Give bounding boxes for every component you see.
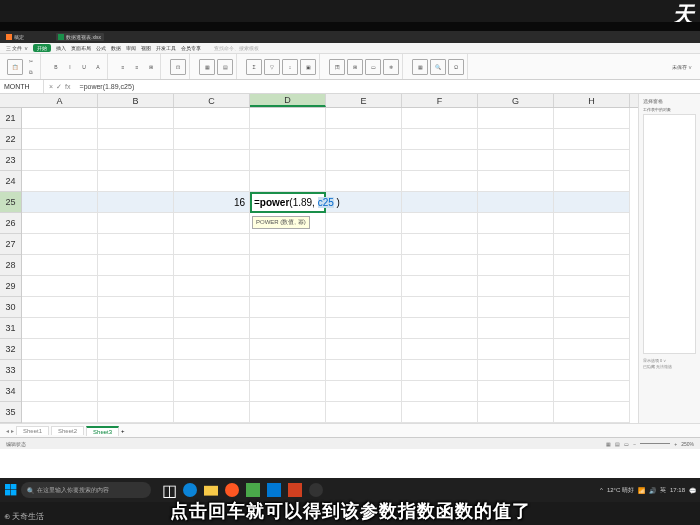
cell-C27[interactable]: [174, 234, 250, 255]
cond-format-icon[interactable]: ▦: [199, 59, 215, 75]
cell-E26[interactable]: [326, 213, 402, 234]
cell-B23[interactable]: [98, 150, 174, 171]
row-header-27[interactable]: 27: [0, 234, 21, 255]
sheet-tab-2[interactable]: Sheet2: [51, 426, 84, 435]
cell-G27[interactable]: [478, 234, 554, 255]
bold-icon[interactable]: B: [50, 61, 62, 73]
row-header-22[interactable]: 22: [0, 129, 21, 150]
cell-H21[interactable]: [554, 108, 630, 129]
cell-H25[interactable]: [554, 192, 630, 213]
cell-E35[interactable]: [326, 402, 402, 423]
cell-C24[interactable]: [174, 171, 250, 192]
cell-E23[interactable]: [326, 150, 402, 171]
side-panel-list[interactable]: [643, 114, 696, 354]
cell-F21[interactable]: [402, 108, 478, 129]
formula-input[interactable]: =power(1.89,c25): [76, 83, 700, 90]
sheet-icon[interactable]: ▭: [365, 59, 381, 75]
cancel-formula-icon[interactable]: ×: [49, 83, 53, 90]
cell-F30[interactable]: [402, 297, 478, 318]
cell-D31[interactable]: [250, 318, 326, 339]
cell-A33[interactable]: [22, 360, 98, 381]
row-header-24[interactable]: 24: [0, 171, 21, 192]
cell-F32[interactable]: [402, 339, 478, 360]
menu-dev[interactable]: 开发工具: [156, 45, 176, 51]
row-header-21[interactable]: 21: [0, 108, 21, 129]
cell-G34[interactable]: [478, 381, 554, 402]
select-all-corner[interactable]: [0, 94, 22, 108]
underline-icon[interactable]: U: [78, 61, 90, 73]
filter-icon[interactable]: ▽: [264, 59, 280, 75]
row-header-25[interactable]: 25: [0, 192, 21, 213]
notification-icon[interactable]: 💬: [689, 487, 696, 494]
cell-A34[interactable]: [22, 381, 98, 402]
cell-F24[interactable]: [402, 171, 478, 192]
format-icon[interactable]: ⊡: [170, 59, 186, 75]
cell-D23[interactable]: [250, 150, 326, 171]
merge-icon[interactable]: ⊞: [145, 61, 157, 73]
cell-G28[interactable]: [478, 255, 554, 276]
cell-H34[interactable]: [554, 381, 630, 402]
cell-D29[interactable]: [250, 276, 326, 297]
menu-layout[interactable]: 页面布局: [71, 45, 91, 51]
view-layout-icon[interactable]: ▤: [615, 441, 620, 447]
cell-F28[interactable]: [402, 255, 478, 276]
row-header-32[interactable]: 32: [0, 339, 21, 360]
fx-icon[interactable]: fx: [65, 83, 70, 90]
cell-icon[interactable]: 田: [329, 59, 345, 75]
menu-review[interactable]: 审阅: [126, 45, 136, 51]
cell-E34[interactable]: [326, 381, 402, 402]
cell-A24[interactable]: [22, 171, 98, 192]
row-header-28[interactable]: 28: [0, 255, 21, 276]
cell-F25[interactable]: [402, 192, 478, 213]
cell-D33[interactable]: [250, 360, 326, 381]
cell-C33[interactable]: [174, 360, 250, 381]
cell-G21[interactable]: [478, 108, 554, 129]
cell-A35[interactable]: [22, 402, 98, 423]
menu-view[interactable]: 视图: [141, 45, 151, 51]
cell-B35[interactable]: [98, 402, 174, 423]
cell-D21[interactable]: [250, 108, 326, 129]
col-header-H[interactable]: H: [554, 94, 630, 107]
add-sheet-icon[interactable]: +: [121, 428, 125, 434]
cell-B28[interactable]: [98, 255, 174, 276]
row-header-31[interactable]: 31: [0, 318, 21, 339]
col-header-G[interactable]: G: [478, 94, 554, 107]
cell-G35[interactable]: [478, 402, 554, 423]
view-normal-icon[interactable]: ▦: [606, 441, 611, 447]
cut-icon[interactable]: ✂: [25, 55, 37, 67]
weather-widget[interactable]: 12°C 晴好: [607, 486, 634, 495]
cell-B30[interactable]: [98, 297, 174, 318]
cell-F35[interactable]: [402, 402, 478, 423]
cell-H29[interactable]: [554, 276, 630, 297]
cell-E24[interactable]: [326, 171, 402, 192]
cell-B33[interactable]: [98, 360, 174, 381]
cell-E21[interactable]: [326, 108, 402, 129]
clock[interactable]: 17:18: [670, 487, 685, 493]
cell-G23[interactable]: [478, 150, 554, 171]
cell-G24[interactable]: [478, 171, 554, 192]
menu-search-hint[interactable]: 查找命令、搜索模板: [214, 45, 259, 51]
wifi-icon[interactable]: 📶: [638, 487, 645, 494]
cell-G33[interactable]: [478, 360, 554, 381]
row-header-30[interactable]: 30: [0, 297, 21, 318]
file-tab-1[interactable]: 稿定: [4, 33, 52, 41]
cell-D27[interactable]: [250, 234, 326, 255]
cell-D34[interactable]: [250, 381, 326, 402]
cell-F29[interactable]: [402, 276, 478, 297]
symbol-icon[interactable]: Ω: [448, 59, 464, 75]
tray-chevron-icon[interactable]: ^: [600, 487, 603, 493]
cell-C26[interactable]: [174, 213, 250, 234]
row-header-23[interactable]: 23: [0, 150, 21, 171]
cell-G31[interactable]: [478, 318, 554, 339]
align-left-icon[interactable]: ≡: [117, 61, 129, 73]
menu-member[interactable]: 会员专享: [181, 45, 201, 51]
sheet-tab-3[interactable]: Sheet3: [86, 426, 119, 436]
cell-H22[interactable]: [554, 129, 630, 150]
italic-icon[interactable]: I: [64, 61, 76, 73]
align-center-icon[interactable]: ≡: [131, 61, 143, 73]
sum-icon[interactable]: Σ: [246, 59, 262, 75]
cell-D22[interactable]: [250, 129, 326, 150]
cell-D30[interactable]: [250, 297, 326, 318]
start-button[interactable]: [4, 483, 18, 497]
cell-A32[interactable]: [22, 339, 98, 360]
